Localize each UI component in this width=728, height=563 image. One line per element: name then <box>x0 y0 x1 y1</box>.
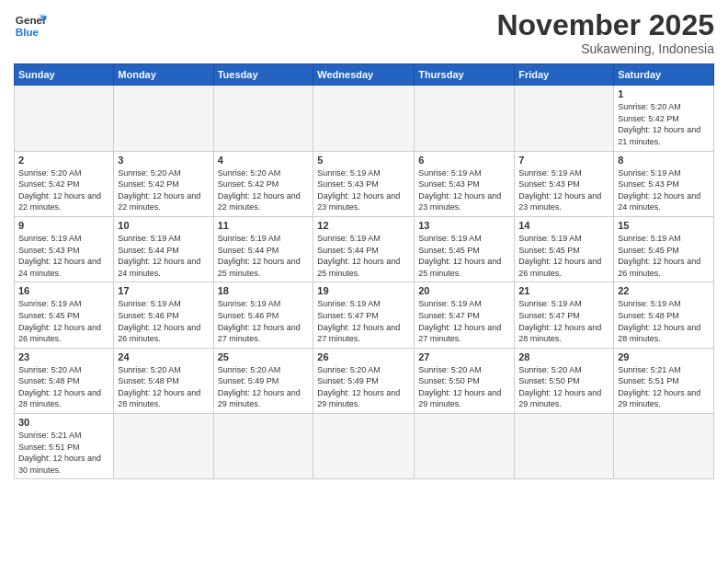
weekday-header-tuesday: Tuesday <box>213 64 313 86</box>
day-info: Sunrise: 5:19 AM Sunset: 5:43 PM Dayligh… <box>317 167 410 213</box>
day-info: Sunrise: 5:19 AM Sunset: 5:45 PM Dayligh… <box>618 233 710 279</box>
day-number: 4 <box>218 155 310 166</box>
day-number: 29 <box>618 351 710 362</box>
day-info: Sunrise: 5:20 AM Sunset: 5:42 PM Dayligh… <box>18 167 109 213</box>
calendar-day-cell <box>213 86 313 151</box>
day-number: 22 <box>618 285 710 296</box>
day-info: Sunrise: 5:19 AM Sunset: 5:47 PM Dayligh… <box>317 298 410 344</box>
day-info: Sunrise: 5:19 AM Sunset: 5:47 PM Dayligh… <box>518 298 609 344</box>
calendar-day-cell: 20Sunrise: 5:19 AM Sunset: 5:47 PM Dayli… <box>415 282 515 348</box>
day-number: 14 <box>518 220 609 231</box>
calendar-table: SundayMondayTuesdayWednesdayThursdayFrid… <box>14 63 714 479</box>
day-number: 30 <box>18 417 109 428</box>
weekday-header-wednesday: Wednesday <box>313 64 415 86</box>
day-number: 7 <box>518 155 609 166</box>
day-info: Sunrise: 5:20 AM Sunset: 5:49 PM Dayligh… <box>317 364 410 410</box>
day-info: Sunrise: 5:19 AM Sunset: 5:47 PM Dayligh… <box>418 298 510 344</box>
calendar-day-cell: 17Sunrise: 5:19 AM Sunset: 5:46 PM Dayli… <box>114 282 213 348</box>
calendar-day-cell: 14Sunrise: 5:19 AM Sunset: 5:45 PM Dayli… <box>515 216 614 282</box>
calendar-week-row: 2Sunrise: 5:20 AM Sunset: 5:42 PM Daylig… <box>15 151 714 216</box>
calendar-day-cell: 5Sunrise: 5:19 AM Sunset: 5:43 PM Daylig… <box>313 151 415 216</box>
day-number: 10 <box>118 220 209 231</box>
weekday-header-friday: Friday <box>515 64 614 86</box>
calendar-day-cell <box>415 414 515 479</box>
day-info: Sunrise: 5:19 AM Sunset: 5:45 PM Dayligh… <box>418 233 510 279</box>
day-number: 8 <box>618 155 710 166</box>
day-number: 19 <box>317 285 410 296</box>
calendar-day-cell: 24Sunrise: 5:20 AM Sunset: 5:48 PM Dayli… <box>114 348 213 413</box>
weekday-header-monday: Monday <box>114 64 213 86</box>
day-info: Sunrise: 5:20 AM Sunset: 5:42 PM Dayligh… <box>618 101 710 147</box>
month-title: November 2025 <box>496 9 714 41</box>
calendar-day-cell: 27Sunrise: 5:20 AM Sunset: 5:50 PM Dayli… <box>415 348 515 413</box>
calendar-day-cell: 25Sunrise: 5:20 AM Sunset: 5:49 PM Dayli… <box>213 348 313 413</box>
calendar-day-cell <box>213 414 313 479</box>
weekday-header-saturday: Saturday <box>614 64 714 86</box>
calendar-day-cell <box>415 86 515 151</box>
day-info: Sunrise: 5:20 AM Sunset: 5:48 PM Dayligh… <box>118 364 209 410</box>
calendar-week-row: 16Sunrise: 5:19 AM Sunset: 5:45 PM Dayli… <box>15 282 714 348</box>
calendar-day-cell: 12Sunrise: 5:19 AM Sunset: 5:44 PM Dayli… <box>313 216 415 282</box>
day-number: 23 <box>18 351 109 362</box>
svg-text:Blue: Blue <box>16 26 40 38</box>
day-info: Sunrise: 5:19 AM Sunset: 5:46 PM Dayligh… <box>218 298 310 344</box>
day-info: Sunrise: 5:19 AM Sunset: 5:43 PM Dayligh… <box>418 167 510 213</box>
calendar-day-cell: 29Sunrise: 5:21 AM Sunset: 5:51 PM Dayli… <box>614 348 714 413</box>
calendar-week-row: 30Sunrise: 5:21 AM Sunset: 5:51 PM Dayli… <box>15 414 714 479</box>
day-number: 2 <box>18 155 109 166</box>
day-info: Sunrise: 5:19 AM Sunset: 5:44 PM Dayligh… <box>118 233 209 279</box>
day-number: 25 <box>218 351 310 362</box>
calendar-day-cell <box>515 86 614 151</box>
day-number: 24 <box>118 351 209 362</box>
calendar-week-row: 1Sunrise: 5:20 AM Sunset: 5:42 PM Daylig… <box>15 86 714 151</box>
day-info: Sunrise: 5:19 AM Sunset: 5:44 PM Dayligh… <box>218 233 310 279</box>
calendar-day-cell: 19Sunrise: 5:19 AM Sunset: 5:47 PM Dayli… <box>313 282 415 348</box>
day-number: 18 <box>218 285 310 296</box>
header: General Blue November 2025 Sukawening, I… <box>14 9 714 56</box>
calendar-day-cell <box>313 86 415 151</box>
day-info: Sunrise: 5:19 AM Sunset: 5:44 PM Dayligh… <box>317 233 410 279</box>
calendar-day-cell: 11Sunrise: 5:19 AM Sunset: 5:44 PM Dayli… <box>213 216 313 282</box>
day-number: 11 <box>218 220 310 231</box>
day-info: Sunrise: 5:21 AM Sunset: 5:51 PM Dayligh… <box>618 364 710 410</box>
calendar-day-cell: 13Sunrise: 5:19 AM Sunset: 5:45 PM Dayli… <box>415 216 515 282</box>
day-number: 20 <box>418 285 510 296</box>
calendar-day-cell: 28Sunrise: 5:20 AM Sunset: 5:50 PM Dayli… <box>515 348 614 413</box>
day-number: 26 <box>317 351 410 362</box>
day-number: 5 <box>317 155 410 166</box>
calendar-day-cell: 10Sunrise: 5:19 AM Sunset: 5:44 PM Dayli… <box>114 216 213 282</box>
day-number: 16 <box>18 285 109 296</box>
day-info: Sunrise: 5:19 AM Sunset: 5:43 PM Dayligh… <box>18 233 109 279</box>
calendar-day-cell <box>114 414 213 479</box>
calendar-day-cell <box>15 86 114 151</box>
calendar-day-cell: 3Sunrise: 5:20 AM Sunset: 5:42 PM Daylig… <box>114 151 213 216</box>
day-info: Sunrise: 5:20 AM Sunset: 5:42 PM Dayligh… <box>118 167 209 213</box>
day-info: Sunrise: 5:19 AM Sunset: 5:43 PM Dayligh… <box>518 167 609 213</box>
day-info: Sunrise: 5:20 AM Sunset: 5:48 PM Dayligh… <box>18 364 109 410</box>
calendar-day-cell: 9Sunrise: 5:19 AM Sunset: 5:43 PM Daylig… <box>15 216 114 282</box>
title-block: November 2025 Sukawening, Indonesia <box>496 9 714 56</box>
day-number: 27 <box>418 351 510 362</box>
logo-icon: General Blue <box>14 9 47 42</box>
day-number: 6 <box>418 155 510 166</box>
calendar-day-cell <box>515 414 614 479</box>
weekday-header-sunday: Sunday <box>15 64 114 86</box>
day-info: Sunrise: 5:19 AM Sunset: 5:48 PM Dayligh… <box>618 298 710 344</box>
weekday-header-thursday: Thursday <box>415 64 515 86</box>
location-subtitle: Sukawening, Indonesia <box>496 41 714 56</box>
calendar-day-cell: 18Sunrise: 5:19 AM Sunset: 5:46 PM Dayli… <box>213 282 313 348</box>
calendar-day-cell: 21Sunrise: 5:19 AM Sunset: 5:47 PM Dayli… <box>515 282 614 348</box>
calendar-week-row: 23Sunrise: 5:20 AM Sunset: 5:48 PM Dayli… <box>15 348 714 413</box>
calendar-day-cell: 4Sunrise: 5:20 AM Sunset: 5:42 PM Daylig… <box>213 151 313 216</box>
day-number: 9 <box>18 220 109 231</box>
calendar-day-cell: 15Sunrise: 5:19 AM Sunset: 5:45 PM Dayli… <box>614 216 714 282</box>
calendar-day-cell: 8Sunrise: 5:19 AM Sunset: 5:43 PM Daylig… <box>614 151 714 216</box>
day-info: Sunrise: 5:20 AM Sunset: 5:50 PM Dayligh… <box>518 364 609 410</box>
calendar-day-cell: 22Sunrise: 5:19 AM Sunset: 5:48 PM Dayli… <box>614 282 714 348</box>
day-info: Sunrise: 5:19 AM Sunset: 5:43 PM Dayligh… <box>618 167 710 213</box>
day-info: Sunrise: 5:20 AM Sunset: 5:42 PM Dayligh… <box>218 167 310 213</box>
calendar-day-cell: 16Sunrise: 5:19 AM Sunset: 5:45 PM Dayli… <box>15 282 114 348</box>
day-number: 15 <box>618 220 710 231</box>
calendar-day-cell <box>313 414 415 479</box>
day-number: 21 <box>518 285 609 296</box>
